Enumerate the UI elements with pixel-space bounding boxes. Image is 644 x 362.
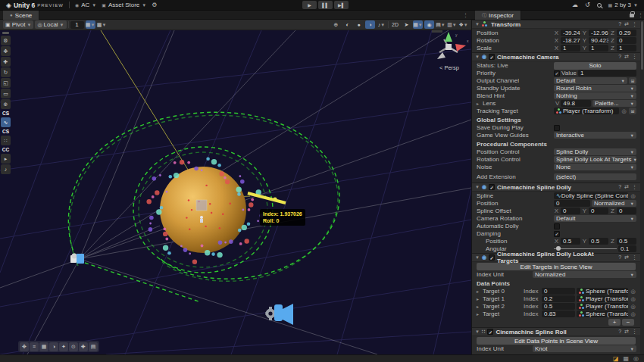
inspector-scrollbar[interactable] (640, 20, 644, 354)
local-toggle[interactable]: ◎ Local ▼ (35, 20, 66, 29)
tab-scene[interactable]: ● Scene (3, 11, 39, 20)
camera-tool-button[interactable]: ▸ (1, 154, 11, 164)
automatic-dolly-checkbox[interactable] (554, 223, 560, 229)
layout-dropdown[interactable]: ▦ 2 by 3 ▼ (608, 2, 638, 8)
dolly-position-field[interactable]: 0 (554, 200, 590, 207)
spline-object-field[interactable]: ∿Dolly Spline (Spline Container) (554, 192, 628, 199)
game-view-guides-dropdown[interactable]: Interactive▼ (554, 132, 636, 139)
account-menu[interactable]: ◉ AC ▼ (75, 2, 96, 8)
tab-inspector[interactable]: ⓘ Inspector (475, 11, 521, 20)
slider-thumb[interactable] (556, 246, 561, 251)
grid-size-field[interactable]: 1 (70, 21, 84, 29)
foldout-icon[interactable]: ▸ (477, 101, 481, 106)
camera-settings-icon[interactable]: ▦▼ (413, 20, 423, 29)
tracking-target-field[interactable]: Player (Transform) (554, 108, 619, 114)
persp-label[interactable]: < Persp (432, 64, 467, 71)
presets-icon[interactable]: ⇄ (624, 329, 629, 335)
search-icon[interactable] (597, 3, 602, 8)
help-icon[interactable]: ? (618, 54, 621, 60)
layers-icon[interactable]: ▥▼ (447, 20, 457, 29)
spline-points-tool-button[interactable]: ∷ (1, 136, 11, 145)
offset-y-field[interactable]: 0 (589, 208, 608, 214)
rotation-control-dropdown[interactable]: Spline Dolly Look At Targets▼ (554, 156, 636, 163)
target2-object-field[interactable]: Player (Transform) (577, 303, 628, 310)
priority-checkbox[interactable]: ✓ (554, 70, 560, 76)
preferences-gear-icon[interactable]: ⚙ (152, 2, 157, 8)
target0-index-field[interactable]: 0 (542, 288, 575, 295)
component-enabled-checkbox[interactable]: ✓ (489, 184, 495, 190)
scale-z-field[interactable]: 1 (617, 45, 636, 51)
cloud-icon[interactable]: ☁ (572, 2, 578, 8)
foldout-icon[interactable]: ▼ (475, 185, 480, 189)
object-picker-icon[interactable]: ◎ (621, 108, 627, 114)
target3-index-field[interactable]: 0.83 (542, 311, 575, 317)
asset-store-menu[interactable]: ▣ Asset Store ▼ (102, 2, 146, 8)
angular-damping-slider[interactable] (554, 245, 617, 252)
foldout-icon[interactable]: ▼ (475, 329, 480, 334)
lighting-overlay-icon[interactable]: ◑ (49, 342, 58, 351)
wireframe-mode-icon[interactable]: ◐ (342, 20, 352, 29)
virtual-camera-gizmo[interactable] (70, 254, 84, 264)
progress-icon[interactable]: ◎ (633, 355, 639, 362)
scale-y-field[interactable]: 1 (589, 45, 608, 51)
foldout-icon[interactable]: ▼ (475, 22, 480, 27)
dolly-position-unit-dropdown[interactable]: Normalized▼ (592, 200, 636, 207)
roll-index-unit-dropdown[interactable]: Knot▼ (533, 345, 636, 352)
target2-index-field[interactable]: 0.5 (542, 303, 575, 310)
rotation-x-field[interactable]: -18.277 (561, 37, 580, 44)
transform-tool-button[interactable]: ⊕ (1, 99, 11, 109)
target3-object-field[interactable]: Sphere (Transform) (577, 311, 628, 317)
rotation-y-field[interactable]: 90.423 (589, 37, 608, 44)
move-tool-button[interactable]: ✚ (1, 57, 11, 67)
blend-hint-dropdown[interactable]: Nothing▼ (554, 92, 636, 99)
edit-data-points-button[interactable]: Edit Data Points in Scene View (477, 337, 636, 345)
add-target-button[interactable]: + (608, 319, 621, 326)
scale-tool-button[interactable]: ◱ (1, 78, 11, 88)
player-figure[interactable] (200, 216, 203, 219)
offset-z-field[interactable]: 0 (617, 208, 636, 214)
position-x-field[interactable]: -39.24 (561, 30, 580, 36)
position-control-dropdown[interactable]: Spline Dolly▼ (554, 148, 636, 155)
y-axis-cone[interactable] (445, 32, 452, 42)
scene-pane-menu-icon[interactable]: ⋮ (463, 12, 468, 18)
solo-button[interactable]: Solo (554, 62, 636, 70)
target1-object-field[interactable]: Player (Transform) (577, 295, 628, 302)
output-channel-settings-button[interactable]: ⊞ (629, 77, 636, 84)
cinemachine-brain-icon[interactable] (266, 304, 294, 325)
kebab-icon[interactable]: ⋮ (632, 184, 637, 190)
position-y-field[interactable]: -12.96 (589, 30, 608, 36)
grid-snap-button[interactable]: ▦▼ (86, 20, 95, 29)
camera-speed-icon[interactable]: ➤ (402, 20, 411, 29)
orientation-gizmo[interactable]: y x (432, 30, 469, 59)
damping-checkbox[interactable]: ✓ (554, 231, 560, 237)
lens-preset-dropdown[interactable]: Palette...▼ (592, 100, 636, 107)
presets-icon[interactable]: ⇄ (624, 54, 629, 60)
help-icon[interactable]: ? (618, 329, 621, 335)
remove-target-button[interactable]: − (622, 319, 634, 326)
hand-tool-button[interactable]: ✥ (1, 46, 11, 56)
help-icon[interactable]: ? (618, 254, 621, 261)
rotation-z-field[interactable]: 0 (617, 37, 636, 44)
audio-toggle-icon[interactable]: ♪▼ (377, 20, 386, 29)
save-during-play-checkbox[interactable] (554, 125, 560, 131)
tracking-settings-button[interactable]: ⊞ (629, 108, 636, 114)
player-cube[interactable] (196, 200, 207, 211)
scene-viewport[interactable]: y x Index: 1.937026 Roll: 0 < Persp ⚙ ✥ … (0, 30, 471, 354)
damping-x-field[interactable]: 0.5 (561, 238, 580, 245)
audio-tool-button[interactable]: ♪ (1, 164, 11, 174)
rotate-tool-button[interactable]: ↻ (1, 67, 11, 77)
priority-value-field[interactable]: 1 (578, 70, 636, 76)
target1-index-field[interactable]: 0.2 (542, 295, 575, 302)
inspector-lock-icon[interactable] (630, 11, 634, 19)
angular-damping-field[interactable]: 0.1 (618, 245, 636, 252)
lighting-toggle-icon[interactable]: ◑ (365, 20, 375, 29)
help-icon[interactable]: ? (618, 184, 621, 190)
add-overlay-icon[interactable]: ✚ (79, 342, 88, 351)
inspector-menu-icon[interactable]: ⋮ (638, 12, 643, 18)
standby-update-dropdown[interactable]: Round Robin▼ (554, 85, 636, 92)
presets-icon[interactable]: ⇄ (624, 21, 629, 27)
component-enabled-checkbox[interactable]: ✓ (489, 254, 495, 261)
component-enabled-checkbox[interactable]: ✓ (489, 54, 495, 60)
kebab-icon[interactable]: ⋮ (632, 54, 637, 60)
kebab-icon[interactable]: ⋮ (632, 329, 637, 335)
